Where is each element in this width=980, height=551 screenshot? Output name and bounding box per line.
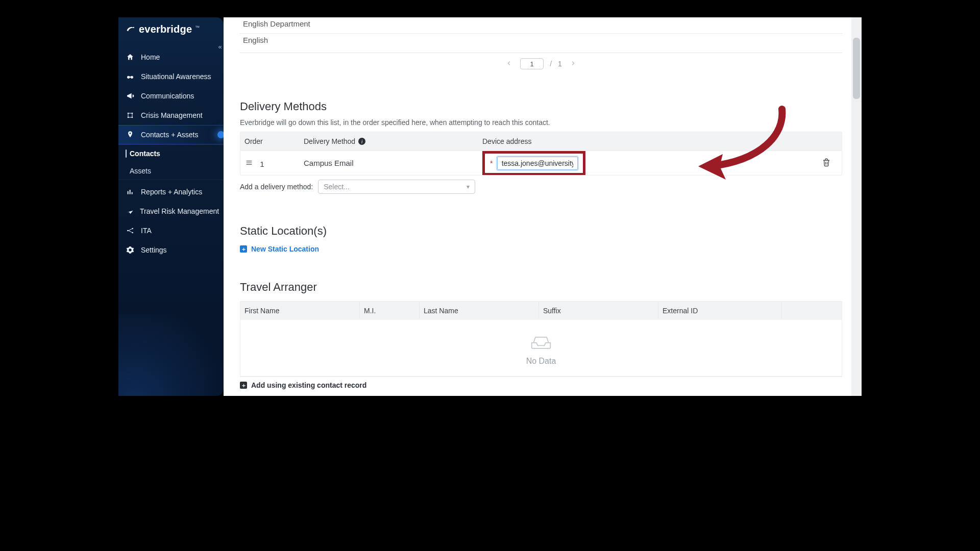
cell-actions — [811, 154, 842, 172]
new-static-location-label: New Static Location — [251, 245, 319, 253]
svg-point-12 — [132, 228, 133, 230]
chevron-down-icon: ▾ — [467, 183, 470, 190]
empty-tray-icon — [530, 334, 552, 352]
svg-point-11 — [127, 230, 129, 232]
svg-point-1 — [127, 76, 130, 79]
col-method-label: Delivery Method — [304, 137, 355, 145]
brand-name: everbridge — [139, 23, 192, 35]
drag-handle-icon[interactable] — [244, 158, 254, 167]
group-label: English Department — [243, 19, 310, 28]
sidebar-item-crisis[interactable]: Crisis Management — [118, 106, 224, 125]
home-icon — [126, 53, 135, 62]
sidebar-sub-label: Assets — [130, 167, 151, 175]
sidebar-item-situational[interactable]: Situational Awareness — [118, 67, 224, 86]
sidebar-item-label: Travel Risk Management — [140, 207, 219, 215]
megaphone-icon — [126, 91, 135, 101]
delivery-methods-title: Delivery Methods — [240, 100, 842, 113]
sidebar: everbridge ™ « Home Situational Awarenes… — [118, 17, 224, 396]
sidebar-item-communications[interactable]: Communications — [118, 86, 224, 106]
brand-tm: ™ — [195, 25, 200, 30]
sidebar-item-label: Crisis Management — [141, 111, 203, 119]
delivery-methods-table: Order Delivery Method i Device address 1 — [240, 132, 842, 176]
pager-page-input[interactable] — [520, 58, 544, 69]
add-existing-contact-link[interactable]: ＋ Add using existing contact record — [240, 377, 842, 393]
col-method: Delivery Method i — [300, 133, 478, 149]
sidebar-subnav: Contacts Assets — [118, 144, 224, 180]
letterbox-bottom — [118, 396, 862, 416]
no-data-label: No Data — [526, 357, 556, 366]
sidebar-item-label: Reports + Analytics — [141, 188, 202, 196]
sidebar-nav: Home Situational Awareness Communication… — [118, 47, 224, 260]
table-header: First Name M.I. Last Name Suffix Externa… — [240, 302, 842, 320]
col-mi: M.I. — [360, 303, 420, 319]
sidebar-item-ita[interactable]: ITA — [118, 221, 224, 240]
new-static-location-link[interactable]: ＋ New Static Location — [240, 245, 842, 253]
sidebar-item-label: Settings — [141, 246, 167, 254]
info-icon[interactable]: i — [358, 138, 365, 145]
sidebar-item-label: Home — [141, 53, 160, 61]
sidebar-item-label: ITA — [141, 227, 152, 235]
col-last-name: Last Name — [420, 303, 539, 319]
svg-rect-10 — [132, 192, 133, 194]
plane-icon — [126, 207, 134, 216]
add-method-label: Add a delivery method: — [240, 183, 313, 191]
travel-arranger-table: First Name M.I. Last Name Suffix Externa… — [240, 301, 842, 377]
col-suffix: Suffix — [539, 303, 658, 319]
pager-prev[interactable] — [504, 60, 514, 68]
gear-icon — [126, 245, 135, 255]
required-star: * — [490, 159, 493, 167]
scrollbar-thumb[interactable] — [853, 38, 860, 99]
pager-separator: / — [550, 60, 552, 68]
col-external-id: External ID — [658, 303, 782, 319]
cell-order: 1 — [240, 154, 300, 172]
nodes-icon — [126, 111, 135, 120]
pager: / 1 — [240, 53, 842, 73]
travel-arranger-title: Travel Arranger — [240, 281, 842, 294]
sidebar-item-travel-risk[interactable]: Travel Risk Management — [118, 202, 224, 221]
sidebar-item-reports[interactable]: Reports + Analytics — [118, 182, 224, 202]
brand: everbridge ™ — [118, 17, 224, 44]
sidebar-sub-label: Contacts — [130, 149, 160, 158]
col-actions — [811, 137, 842, 145]
pin-icon — [126, 130, 135, 139]
brand-mark-icon — [126, 24, 136, 35]
network-icon — [126, 226, 135, 235]
svg-point-2 — [131, 76, 133, 79]
add-method-select[interactable]: Select... ▾ — [318, 180, 475, 194]
group-row[interactable]: English Department — [240, 17, 842, 34]
order-number: 1 — [260, 160, 264, 168]
sidebar-sub-contacts[interactable]: Contacts — [125, 145, 224, 162]
pager-total: 1 — [558, 60, 562, 68]
highlight-annotation: * — [482, 151, 585, 176]
sidebar-sub-assets[interactable]: Assets — [125, 162, 224, 180]
sidebar-item-label: Communications — [141, 92, 194, 100]
add-existing-label: Add using existing contact record — [251, 381, 366, 389]
pager-next[interactable] — [568, 60, 578, 68]
svg-rect-8 — [128, 191, 129, 194]
sidebar-collapse-button[interactable]: « — [214, 41, 224, 52]
plus-square-icon: ＋ — [240, 245, 247, 253]
vertical-scrollbar[interactable] — [851, 17, 862, 396]
col-actions — [782, 307, 842, 315]
sidebar-item-label: Contacts + Assets — [141, 131, 198, 139]
group-label: English — [243, 36, 268, 44]
binoculars-icon — [126, 72, 135, 81]
sidebar-item-settings[interactable]: Settings — [118, 240, 224, 260]
group-row[interactable]: English — [240, 34, 842, 49]
plus-square-icon: ＋ — [240, 382, 247, 389]
sidebar-item-label: Situational Awareness — [141, 72, 211, 81]
add-delivery-method-row: Add a delivery method: Select... ▾ — [240, 176, 842, 194]
sidebar-item-contacts-assets[interactable]: Contacts + Assets — [118, 125, 224, 144]
svg-point-0 — [133, 27, 134, 28]
delivery-methods-subtitle: Everbridge will go down this list, in th… — [240, 118, 842, 127]
static-locations-title: Static Location(s) — [240, 224, 842, 238]
chevron-double-left-icon: « — [218, 43, 222, 51]
letterbox-top — [118, 0, 862, 17]
svg-point-13 — [132, 232, 133, 234]
chart-icon — [126, 187, 135, 196]
sidebar-item-home[interactable]: Home — [118, 47, 224, 67]
delete-row-button[interactable] — [822, 158, 831, 168]
device-address-input[interactable] — [497, 157, 578, 170]
method-label: Campus Email — [304, 159, 354, 167]
svg-rect-9 — [130, 190, 131, 194]
